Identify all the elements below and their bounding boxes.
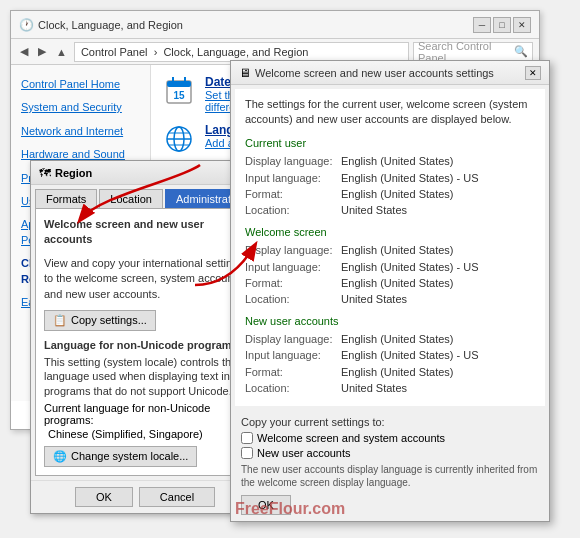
nu-format-label: Format: [245, 365, 335, 380]
display-lang-label: Display language: [245, 154, 335, 169]
location-label: Location: [245, 203, 335, 218]
ws-display-lang-label: Display language: [245, 243, 335, 258]
copy-icon: 📋 [53, 314, 67, 327]
region-tab-formats[interactable]: Formats [35, 189, 97, 208]
region-tab-location[interactable]: Location [99, 189, 163, 208]
copy-settings-label: Copy settings... [71, 314, 147, 326]
nu-display-lang-value: English (United States) [341, 332, 454, 347]
current-user-location: Location: United States [245, 203, 535, 218]
region-dialog-title: Region [55, 167, 92, 179]
new-user-checkbox-label: New user accounts [257, 447, 351, 459]
ws-display-lang-value: English (United States) [341, 243, 454, 258]
language-non-unicode-section: Language for non-Unicode programs This s… [44, 339, 246, 467]
forward-button[interactable]: ▶ [35, 44, 49, 59]
welcome-close-button[interactable]: ✕ [525, 66, 541, 80]
search-box[interactable]: Search Control Panel 🔍 [413, 42, 533, 62]
new-user-input-lang: Input language: English (United States) … [245, 348, 535, 363]
current-user-input-lang: Input language: English (United States) … [245, 171, 535, 186]
copy-label: Copy your current settings to: [241, 416, 539, 428]
welcome-dialog-icon: 🖥 [239, 66, 251, 80]
welcome-screen-checkbox-row: Welcome screen and system accounts [241, 432, 539, 444]
new-user-checkbox[interactable] [241, 447, 253, 459]
nu-input-lang-label: Input language: [245, 348, 335, 363]
region-dialog-icon: 🗺 [39, 166, 51, 180]
svg-rect-1 [167, 81, 191, 87]
close-button[interactable]: ✕ [513, 17, 531, 33]
language-icon [163, 123, 195, 155]
welcome-content: The settings for the current user, welco… [235, 89, 545, 406]
welcome-screen-section: Welcome screen Display language: English… [245, 225, 535, 308]
ws-format-value: English (United States) [341, 276, 454, 291]
maximize-button[interactable]: □ [493, 17, 511, 33]
location-value: United States [341, 203, 407, 218]
breadcrumb-text: Control Panel › Clock, Language, and Reg… [81, 46, 308, 58]
lang-section-title: Language for non-Unicode programs [44, 339, 246, 351]
date-time-icon: 15 [163, 75, 195, 107]
nu-input-lang-value: English (United States) - US [341, 348, 479, 363]
current-user-display-lang: Display language: English (United States… [245, 154, 535, 169]
region-cancel-button[interactable]: Cancel [139, 487, 215, 507]
search-icon: 🔍 [514, 45, 528, 58]
region-tabs: Formats Location Administrative [31, 185, 259, 208]
current-user-title: Current user [245, 136, 535, 151]
current-lang-value: Chinese (Simplified, Singapore) [44, 428, 246, 440]
region-dialog-buttons: OK Cancel [31, 480, 259, 513]
up-button[interactable]: ▲ [53, 45, 70, 59]
nu-display-lang-label: Display language: [245, 332, 335, 347]
title-bar: 🕐 Clock, Language, and Region ─ □ ✕ [11, 11, 539, 39]
breadcrumb: Control Panel › Clock, Language, and Reg… [74, 42, 409, 62]
copy-settings-button[interactable]: 📋 Copy settings... [44, 310, 156, 331]
welcome-intro: The settings for the current user, welco… [245, 97, 535, 128]
new-user-checkbox-row: New user accounts [241, 447, 539, 459]
display-lang-value: English (United States) [341, 154, 454, 169]
ws-location-label: Location: [245, 292, 335, 307]
new-user-display-lang: Display language: English (United States… [245, 332, 535, 347]
back-button[interactable]: ◀ [17, 44, 31, 59]
region-dialog-title-bar: 🗺 Region ✕ [31, 161, 259, 185]
minimize-button[interactable]: ─ [473, 17, 491, 33]
current-user-section: Current user Display language: English (… [245, 136, 535, 219]
welcome-location: Location: United States [245, 292, 535, 307]
sidebar-item-system-security[interactable]: System and Security [11, 96, 150, 119]
watermark: FreeFlour.com [235, 500, 345, 518]
ws-input-lang-value: English (United States) - US [341, 260, 479, 275]
current-user-format: Format: English (United States) [245, 187, 535, 202]
region-tab-content: Welcome screen and new user accounts Vie… [35, 208, 255, 476]
welcome-input-lang: Input language: English (United States) … [245, 260, 535, 275]
format-value: English (United States) [341, 187, 454, 202]
region-content-text: View and copy your international setting… [44, 256, 246, 302]
welcome-dialog-title: Welcome screen and new user accounts set… [255, 67, 494, 79]
window-title: Clock, Language, and Region [38, 19, 183, 31]
welcome-screen-checkbox[interactable] [241, 432, 253, 444]
change-locale-button[interactable]: 🌐 Change system locale... [44, 446, 197, 467]
welcome-screen-title: Welcome screen [245, 225, 535, 240]
region-content-heading: Welcome screen and new user accounts [44, 217, 246, 248]
new-user-section: New user accounts Display language: Engl… [245, 314, 535, 397]
locale-icon: 🌐 [53, 450, 67, 463]
window-icon: 🕐 [19, 18, 34, 32]
new-user-title: New user accounts [245, 314, 535, 329]
welcome-format: Format: English (United States) [245, 276, 535, 291]
nu-location-value: United States [341, 381, 407, 396]
current-lang-label: Current language for non-Unicode program… [44, 402, 246, 426]
title-bar-left: 🕐 Clock, Language, and Region [19, 18, 183, 32]
region-ok-button[interactable]: OK [75, 487, 133, 507]
new-user-format: Format: English (United States) [245, 365, 535, 380]
ws-format-label: Format: [245, 276, 335, 291]
region-dialog: 🗺 Region ✕ Formats Location Administrati… [30, 160, 260, 514]
input-lang-value: English (United States) - US [341, 171, 479, 186]
nu-format-value: English (United States) [341, 365, 454, 380]
ws-input-lang-label: Input language: [245, 260, 335, 275]
welcome-screen-checkbox-label: Welcome screen and system accounts [257, 432, 445, 444]
input-lang-label: Input language: [245, 171, 335, 186]
nu-location-label: Location: [245, 381, 335, 396]
welcome-dialog: 🖥 Welcome screen and new user accounts s… [230, 60, 550, 522]
welcome-display-lang: Display language: English (United States… [245, 243, 535, 258]
ws-location-value: United States [341, 292, 407, 307]
svg-text:15: 15 [173, 90, 185, 101]
sidebar-item-network-internet[interactable]: Network and Internet [11, 120, 150, 143]
welcome-title-bar: 🖥 Welcome screen and new user accounts s… [231, 61, 549, 85]
sidebar-item-control-panel-home[interactable]: Control Panel Home [11, 73, 150, 96]
format-label: Format: [245, 187, 335, 202]
title-bar-controls: ─ □ ✕ [473, 17, 531, 33]
